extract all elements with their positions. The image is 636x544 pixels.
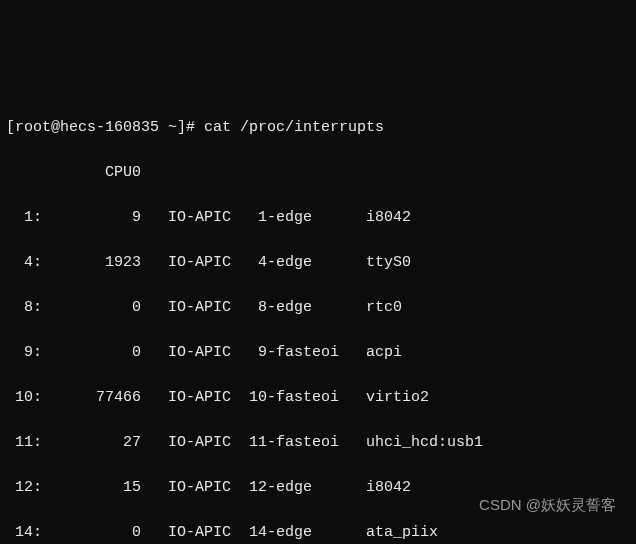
irq-controller: IO-APIC <box>141 479 231 496</box>
irq-label: 1: <box>6 209 42 226</box>
irq-label: 11: <box>6 434 42 451</box>
irq-row: 10: 77466 IO-APIC 10-fasteoi virtio2 <box>6 387 630 410</box>
irq-controller: IO-APIC <box>141 209 231 226</box>
irq-controller: IO-APIC <box>141 524 231 541</box>
irq-controller: IO-APIC <box>141 254 231 271</box>
terminal-output: [root@hecs-160835 ~]# cat /proc/interrup… <box>6 94 630 544</box>
watermark-text: CSDN @妖妖灵誓客 <box>479 494 616 517</box>
irq-edge: 8-edge <box>231 299 348 316</box>
irq-edge: 9-fasteoi <box>231 344 348 361</box>
irq-row: 11: 27 IO-APIC 11-fasteoi uhci_hcd:usb1 <box>6 432 630 455</box>
irq-label: 10: <box>6 389 42 406</box>
irq-count: 15 <box>42 479 141 496</box>
irq-label: 14: <box>6 524 42 541</box>
irq-device: i8042 <box>348 209 411 226</box>
irq-edge: 14-edge <box>231 524 348 541</box>
irq-device: uhci_hcd:usb1 <box>348 434 483 451</box>
irq-edge: 11-fasteoi <box>231 434 348 451</box>
irq-count: 27 <box>42 434 141 451</box>
irq-label: 4: <box>6 254 42 271</box>
irq-count: 0 <box>42 344 141 361</box>
irq-controller: IO-APIC <box>141 344 231 361</box>
irq-controller: IO-APIC <box>141 389 231 406</box>
irq-row: 8: 0 IO-APIC 8-edge rtc0 <box>6 297 630 320</box>
irq-controller: IO-APIC <box>141 434 231 451</box>
header-row: CPU0 <box>6 162 630 185</box>
irq-row: 1: 9 IO-APIC 1-edge i8042 <box>6 207 630 230</box>
irq-row: 9: 0 IO-APIC 9-fasteoi acpi <box>6 342 630 365</box>
irq-controller: IO-APIC <box>141 299 231 316</box>
irq-row: 4: 1923 IO-APIC 4-edge ttyS0 <box>6 252 630 275</box>
irq-row: 14: 0 IO-APIC 14-edge ata_piix <box>6 522 630 545</box>
irq-count: 9 <box>42 209 141 226</box>
irq-count: 77466 <box>42 389 141 406</box>
irq-device: virtio2 <box>348 389 429 406</box>
irq-device: acpi <box>348 344 402 361</box>
irq-label: 12: <box>6 479 42 496</box>
prompt-line: [root@hecs-160835 ~]# cat /proc/interrup… <box>6 117 630 140</box>
prompt-user-host: [root@hecs-160835 ~]# <box>6 119 204 136</box>
irq-device: i8042 <box>348 479 411 496</box>
irq-edge: 1-edge <box>231 209 348 226</box>
irq-device: ata_piix <box>348 524 438 541</box>
irq-label: 8: <box>6 299 42 316</box>
prompt-command: cat /proc/interrupts <box>204 119 384 136</box>
irq-label: 9: <box>6 344 42 361</box>
irq-count: 0 <box>42 299 141 316</box>
irq-edge: 12-edge <box>231 479 348 496</box>
irq-count: 0 <box>42 524 141 541</box>
irq-device: rtc0 <box>348 299 402 316</box>
irq-edge: 10-fasteoi <box>231 389 348 406</box>
irq-edge: 4-edge <box>231 254 348 271</box>
irq-device: ttyS0 <box>348 254 411 271</box>
irq-count: 1923 <box>42 254 141 271</box>
